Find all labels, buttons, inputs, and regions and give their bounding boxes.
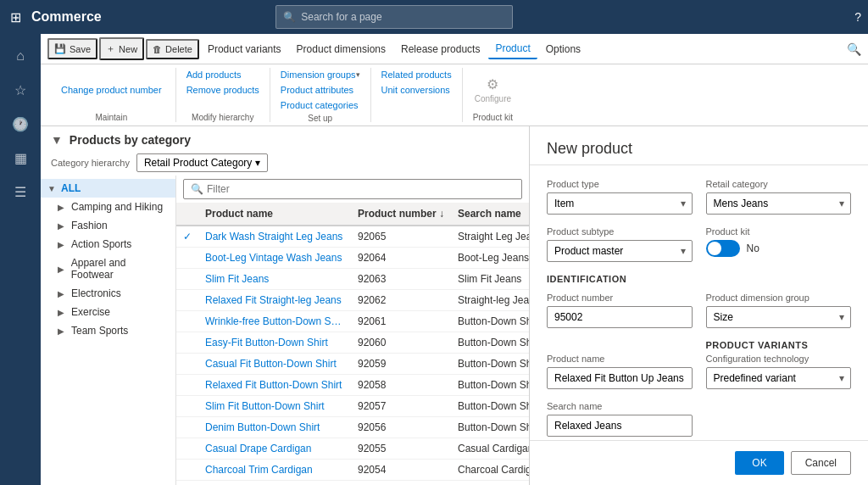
unit-conversions-btn[interactable]: Unit conversions — [378, 83, 453, 97]
product-kit-toggle[interactable] — [706, 240, 740, 257]
product-dimensions-tab[interactable]: Product dimensions — [290, 40, 392, 59]
product-tab[interactable]: Product — [488, 39, 537, 59]
product-number-input[interactable] — [547, 306, 693, 328]
retail-category-select[interactable]: Mens Jeans — [706, 192, 852, 215]
ok-button[interactable]: OK — [735, 451, 783, 475]
cancel-button[interactable]: Cancel — [791, 451, 851, 475]
product-attributes-btn[interactable]: Product attributes — [277, 83, 357, 97]
products-title: Products by category — [70, 133, 191, 147]
add-products-btn[interactable]: Add products — [183, 68, 245, 81]
product-number-group: Product number — [547, 293, 693, 328]
tree-item-exercise[interactable]: ▶ Exercise — [41, 303, 175, 321]
dimension-group-select[interactable]: Size — [706, 306, 852, 328]
row-product-number: 92059 — [351, 354, 451, 375]
col-product-name[interactable]: Product name — [198, 203, 351, 226]
row-search-name: Button-Down Shi... — [451, 354, 529, 375]
tree-item-action[interactable]: ▶ Action Sports — [41, 235, 175, 254]
row-product-name[interactable]: Slim Fit Jeans — [198, 269, 351, 290]
help-icon[interactable]: ? — [854, 10, 861, 24]
table-row[interactable]: Relaxed Fit Straight-leg Jeans 92062 Str… — [176, 290, 529, 311]
remove-products-btn[interactable]: Remove products — [183, 83, 263, 97]
table-row[interactable]: Wrinkle-free Button-Down Shirt 92061 But… — [176, 311, 529, 332]
row-product-name[interactable]: Relaxed Fit Straight-leg Jeans — [198, 290, 351, 311]
table-row[interactable]: Relaxed Fit Button-Down Shirt 92058 Butt… — [176, 375, 529, 396]
new-button[interactable]: ＋ New — [99, 37, 144, 60]
table-row[interactable]: Casual Drape Cardigan 92055 Casual Cardi… — [176, 438, 529, 460]
new-product-panel: New product Product type Item — [529, 126, 868, 485]
configure-btn[interactable]: ⚙ Configure — [470, 73, 516, 107]
row-search-name: Straight Leg Jeans — [451, 226, 529, 248]
table-row[interactable]: Denim Button-Down Shirt 92056 Button-Dow… — [176, 417, 529, 438]
table-row[interactable]: ✓ Dark Wash Straight Leg Jeans 92065 Str… — [176, 226, 529, 248]
save-button[interactable]: 💾 Save — [47, 38, 97, 59]
sidebar-icon-clock[interactable]: 🕐 — [5, 109, 36, 139]
tree-item-team[interactable]: ▶ Team Sports — [41, 321, 175, 340]
filter-icon[interactable]: ▼ — [51, 133, 63, 147]
row-check — [176, 460, 198, 481]
row-product-number: 92062 — [351, 290, 451, 311]
product-name-label: Product name — [547, 354, 693, 364]
product-type-select[interactable]: Item — [547, 192, 693, 215]
delete-icon: 🗑 — [153, 44, 162, 54]
change-product-number-btn[interactable]: Change product number — [54, 81, 169, 98]
tree-item-camping[interactable]: ▶ Camping and Hiking — [41, 198, 175, 216]
table-row[interactable]: Slim Fit Jeans 92063 Slim Fit Jeans — [176, 269, 529, 290]
product-name-input[interactable] — [547, 367, 693, 389]
modify-label: Modify hierarchy — [183, 111, 263, 122]
product-variants-tab[interactable]: Product variants — [201, 40, 288, 59]
search-bar[interactable]: 🔍 — [275, 5, 513, 29]
tree-item-electronics[interactable]: ▶ Electronics — [41, 284, 175, 303]
row-product-name[interactable]: Denim Button-Down Shirt — [198, 417, 351, 438]
col-search-name[interactable]: Search name — [451, 203, 529, 226]
product-categories-btn[interactable]: Product categories — [277, 98, 362, 112]
sidebar-icon-home[interactable]: ⌂ — [5, 41, 36, 71]
row-product-name[interactable]: Casual Drape Cardigan — [198, 438, 351, 460]
table-row[interactable]: Varsity Cardigan 92053 Varsity Cardigan — [176, 481, 529, 486]
product-kit-group: Product kit No — [706, 226, 852, 262]
row-search-name: Charcoal Cardiga... — [451, 460, 529, 481]
sidebar-icon-list[interactable]: ☰ — [5, 176, 36, 207]
row-product-name[interactable]: Varsity Cardigan — [198, 481, 351, 486]
table-row[interactable]: Charcoal Trim Cardigan 92054 Charcoal Ca… — [176, 460, 529, 481]
row-product-name[interactable]: Wrinkle-free Button-Down Shirt — [198, 311, 351, 332]
ribbon-search-icon[interactable]: 🔍 — [847, 42, 861, 56]
row-product-name[interactable]: Slim Fit Button-Down Shirt — [198, 396, 351, 417]
search-name-input[interactable] — [547, 415, 693, 437]
dimension-groups-btn[interactable]: Dimension groups ▾ — [277, 68, 364, 81]
tree-arrow-team: ▶ — [58, 326, 68, 336]
ribbon-commands: Change product number Maintain Add produ… — [41, 64, 868, 125]
row-check — [176, 354, 198, 375]
filter-input[interactable] — [207, 183, 515, 195]
col-product-number[interactable]: Product number ↓ — [351, 203, 451, 226]
table-row[interactable]: Boot-Leg Vintage Wash Jeans 92064 Boot-L… — [176, 248, 529, 269]
search-input[interactable] — [301, 11, 505, 23]
table-row[interactable]: Easy-Fit Button-Down Shirt 92060 Button-… — [176, 332, 529, 354]
sidebar-icon-star[interactable]: ☆ — [5, 75, 36, 105]
row-search-name: Varsity Cardigan — [451, 481, 529, 486]
options-tab[interactable]: Options — [539, 40, 587, 59]
tree-arrow-exercise: ▶ — [58, 308, 68, 317]
row-product-name[interactable]: Casual Fit Button-Down Shirt — [198, 354, 351, 375]
row-product-name[interactable]: Dark Wash Straight Leg Jeans — [198, 226, 351, 248]
search-icon: 🔍 — [283, 11, 296, 23]
table-row[interactable]: Casual Fit Button-Down Shirt 92059 Butto… — [176, 354, 529, 375]
config-tech-select[interactable]: Predefined variant — [706, 367, 852, 389]
tree-item-all[interactable]: ▼ ALL — [41, 179, 175, 198]
release-products-tab[interactable]: Release products — [394, 40, 487, 59]
related-products-btn[interactable]: Related products — [378, 68, 455, 81]
sidebar-icon-calendar[interactable]: ▦ — [5, 142, 36, 173]
row-product-name[interactable]: Charcoal Trim Cardigan — [198, 460, 351, 481]
category-dropdown[interactable]: Retail Product Category ▾ — [136, 153, 268, 172]
table-row[interactable]: Slim Fit Button-Down Shirt 92057 Button-… — [176, 396, 529, 417]
products-panel: ▼ Products by category Category hierarch… — [41, 126, 529, 485]
row-product-name[interactable]: Relaxed Fit Button-Down Shirt — [198, 375, 351, 396]
row-search-name: Casual Cardigan — [451, 438, 529, 460]
tree-item-fashion[interactable]: ▶ Fashion — [41, 216, 175, 235]
delete-button[interactable]: 🗑 Delete — [146, 39, 199, 59]
row-product-name[interactable]: Boot-Leg Vintage Wash Jeans — [198, 248, 351, 269]
row-product-name[interactable]: Easy-Fit Button-Down Shirt — [198, 332, 351, 354]
product-subtype-select[interactable]: Product master — [547, 240, 693, 262]
ribbon-tab-bar: 💾 Save ＋ New 🗑 Delete Product variants P… — [41, 34, 868, 64]
tree-item-apparel[interactable]: ▶ Apparel and Footwear — [41, 254, 175, 284]
grid-icon[interactable]: ⊞ — [7, 6, 25, 29]
